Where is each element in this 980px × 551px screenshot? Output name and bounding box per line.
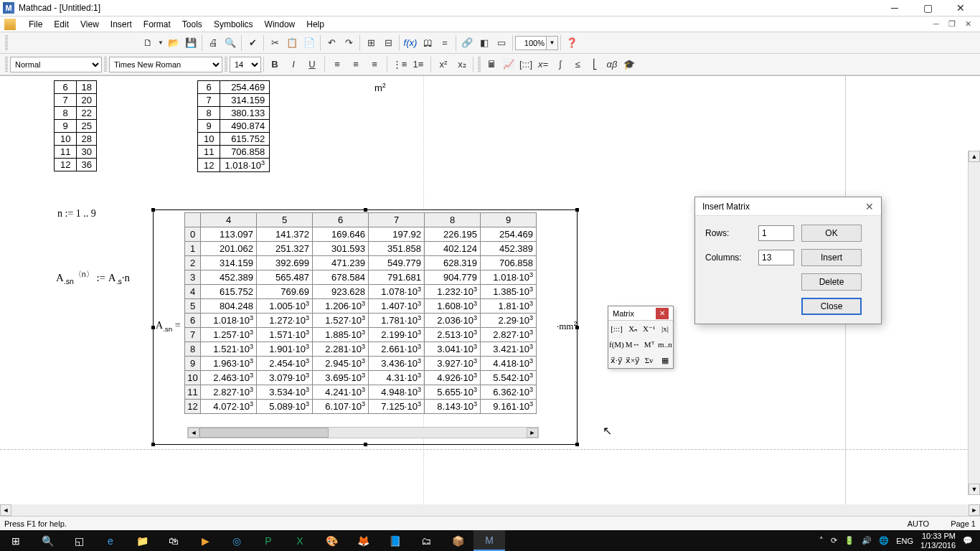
cut-button[interactable]: ✂ (266, 34, 283, 52)
horizontal-scrollbar[interactable]: ◄ ► (0, 504, 980, 516)
menu-symbolics[interactable]: Symbolics (208, 18, 259, 31)
menu-file[interactable]: File (23, 18, 48, 31)
insert-button[interactable]: Insert (801, 249, 862, 266)
underline-button[interactable]: U (303, 56, 321, 73)
new-button[interactable]: 🗋 (139, 34, 156, 52)
tray-sync-icon[interactable]: ⟳ (831, 536, 837, 545)
tray-lang[interactable]: ENG (896, 537, 913, 545)
print-preview-button[interactable]: 🔍 (222, 34, 239, 52)
close-dialog-button[interactable]: Close (801, 298, 862, 315)
new-dropdown-icon[interactable]: ▼ (156, 34, 165, 52)
taskview-button[interactable]: ◱ (63, 530, 95, 551)
menu-tools[interactable]: Tools (176, 18, 208, 31)
open-button[interactable]: 📂 (165, 34, 182, 52)
menu-insert[interactable]: Insert (105, 18, 138, 31)
align-left-button[interactable]: ≡ (329, 56, 346, 73)
subscript-button[interactable]: x₂ (453, 56, 471, 73)
matrix-palette-close-icon[interactable]: ✕ (656, 308, 669, 319)
matrix-palette-button[interactable]: [:::] (517, 56, 534, 73)
close-button[interactable]: ✕ (944, 0, 977, 17)
function-button[interactable]: f(x) (402, 34, 419, 52)
tray-volume-icon[interactable]: 🔊 (862, 536, 872, 545)
programming-palette-button[interactable]: ⎣ (586, 56, 603, 73)
mdi-minimize-button[interactable]: ─ (928, 19, 944, 29)
redo-button[interactable]: ↷ (340, 34, 357, 52)
matrix-palette-item[interactable]: Xₙ (625, 321, 641, 336)
minimize-button[interactable]: ─ (878, 0, 911, 17)
rows-input[interactable] (758, 225, 794, 241)
toolbar-grip[interactable] (225, 57, 227, 72)
result-unit[interactable]: ·mm2 (557, 320, 578, 332)
boolean-palette-button[interactable]: ≤ (569, 56, 586, 73)
mdi-restore-button[interactable]: ❐ (944, 19, 960, 29)
bullets-button[interactable]: ⋮≡ (391, 56, 408, 73)
calculator-palette-button[interactable]: 🖩 (483, 56, 500, 73)
assignment-definition[interactable]: A.sn〈n〉 := A.s·n (56, 270, 130, 286)
font-size-select[interactable]: 14 (230, 57, 261, 72)
toolbar-grip[interactable] (104, 57, 107, 72)
scroll-thumb[interactable] (199, 428, 329, 438)
align-center-button[interactable]: ≡ (347, 56, 364, 73)
menu-help[interactable]: Help (301, 18, 330, 31)
matrix-palette-item[interactable]: ▦ (657, 352, 673, 368)
spellcheck-button[interactable]: ✔ (244, 34, 261, 52)
graph-palette-button[interactable]: 📈 (500, 56, 517, 73)
scroll-left-button[interactable]: ◄ (0, 504, 11, 516)
bold-button[interactable]: B (266, 56, 283, 73)
matrix-palette-item[interactable]: M↔ (625, 336, 641, 352)
media-icon[interactable]: ▶ (189, 530, 221, 551)
calculus-palette-button[interactable]: ∫ (552, 56, 569, 73)
app4-icon[interactable]: 🗂 (410, 530, 442, 551)
firefox-icon[interactable]: 🦊 (347, 530, 379, 551)
toolbar-grip[interactable] (5, 35, 8, 51)
app-icon[interactable]: ◎ (221, 530, 253, 551)
menu-edit[interactable]: Edit (48, 18, 75, 31)
copy-button[interactable]: 📋 (283, 34, 301, 52)
scroll-right-icon[interactable]: ► (527, 428, 538, 438)
app5-icon[interactable]: 📦 (442, 530, 473, 551)
worksheet-area[interactable]: 618720822925102811301236 6254.4697314.15… (0, 75, 980, 506)
superscript-button[interactable]: x² (435, 56, 452, 73)
maximize-button[interactable]: ▢ (911, 0, 944, 17)
app3-icon[interactable]: 📘 (379, 530, 410, 551)
tray-notifications-icon[interactable]: 💬 (963, 536, 973, 545)
excel-icon[interactable]: X (284, 530, 316, 551)
zoom-control[interactable]: ▼ (515, 36, 558, 50)
mathcad-taskbar-icon[interactable]: M (473, 530, 505, 551)
paste-button[interactable]: 📄 (301, 34, 318, 52)
matrix-palette-item[interactable]: f(M) (608, 336, 625, 352)
numbering-button[interactable]: 1≡ (410, 56, 427, 73)
store-icon[interactable]: 🛍 (158, 530, 189, 551)
align-button[interactable]: ⊞ (362, 34, 380, 52)
vertical-scrollbar[interactable]: ▲ ▼ (968, 151, 980, 495)
scroll-right-button[interactable]: ► (969, 504, 980, 516)
delete-button[interactable]: Delete (801, 273, 862, 291)
dialog-close-icon[interactable]: ✕ (865, 201, 874, 212)
print-button[interactable]: 🖨 (204, 34, 222, 52)
toolbar-grip[interactable] (478, 57, 481, 72)
matrix-palette[interactable]: Matrix ✕ [:::]XₙX⁻¹|x|f(M)M↔Mᵀm..nx⃗·y⃗x… (608, 306, 674, 369)
ok-button[interactable]: OK (801, 225, 862, 242)
save-button[interactable]: 💾 (182, 34, 199, 52)
matrix-palette-item[interactable]: m..n (657, 336, 673, 352)
matrix-palette-title[interactable]: Matrix ✕ (608, 306, 673, 321)
help-button[interactable]: ❓ (563, 34, 580, 52)
evaluation-palette-button[interactable]: x= (534, 56, 552, 73)
scroll-left-icon[interactable]: ◄ (188, 428, 199, 438)
columns-input[interactable] (758, 250, 794, 265)
units-button[interactable]: 🕮 (419, 34, 436, 52)
edge-icon[interactable]: e (95, 530, 126, 551)
result-hscrollbar[interactable]: ◄ ► (187, 427, 539, 438)
app2-icon[interactable]: 🎨 (316, 530, 347, 551)
zoom-input[interactable] (515, 36, 547, 50)
hyperlink-button[interactable]: 🔗 (458, 34, 476, 52)
search-button[interactable]: 🔍 (32, 530, 63, 551)
range-definition[interactable]: n := 1 .. 9 (57, 208, 96, 220)
separate-button[interactable]: ⊟ (380, 34, 397, 52)
toolbar-grip[interactable] (5, 57, 8, 72)
matrix-palette-item[interactable]: Mᵀ (641, 336, 657, 352)
project-icon[interactable]: P (253, 530, 284, 551)
font-select[interactable]: Times New Roman (109, 57, 222, 72)
zoom-dropdown-icon[interactable]: ▼ (547, 36, 558, 50)
calculate-button[interactable]: = (436, 34, 453, 52)
